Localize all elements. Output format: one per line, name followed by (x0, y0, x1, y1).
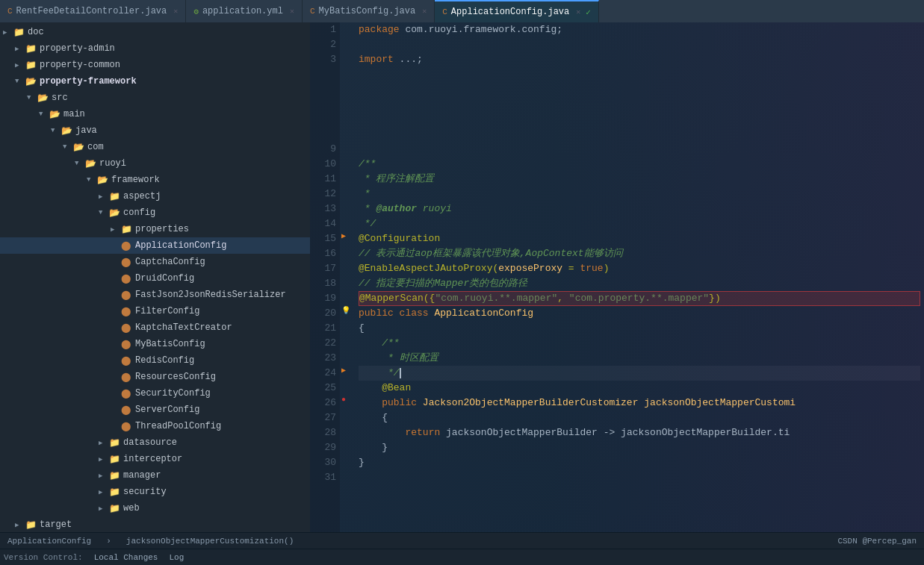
tab-close-icon2[interactable]: ✕ (290, 7, 294, 16)
java-class-icon: ⬤ (121, 240, 133, 252)
tree-label-target: target (40, 519, 310, 530)
status-method: jacksonObjectMapperCustomization() (126, 537, 294, 546)
java-class-icon: ⬤ (121, 339, 133, 350)
watermark: CSDN @Percep_gan (837, 537, 917, 546)
gutter-run-icon[interactable]: ▶ (341, 231, 346, 240)
tree-item-aspectj[interactable]: ▶ 📁 aspectj (0, 188, 310, 205)
folder-open-icon: 📂 (73, 142, 85, 153)
java-class-icon: ⬤ (121, 355, 133, 366)
tree-item-threadpoolconfig[interactable]: ⬤ ThreadPoolConfig (0, 418, 310, 434)
java-class-icon: ⬤ (121, 372, 133, 383)
tree-item-druidconfig[interactable]: ⬤ DruidConfig (0, 270, 310, 287)
status-separator: › (106, 537, 111, 546)
tree-label-property-framework: property-framework (40, 76, 310, 87)
tree-item-interceptor[interactable]: ▶ 📁 interceptor (0, 451, 310, 467)
tree-item-redisconfig[interactable]: ⬤ RedisConfig (0, 352, 310, 369)
tree-label-securityconfig: SecurityConfig (135, 388, 310, 399)
tab-applicationyml[interactable]: ⚙ application.yml ✕ (186, 0, 303, 22)
tree-item-resourcesconfig[interactable]: ⬤ ResourcesConfig (0, 369, 310, 385)
arrow-icon: ▼ (63, 143, 73, 151)
tree-label-com: com (87, 142, 310, 152)
yml-file-icon: ⚙ (193, 7, 199, 16)
arrow-icon: ▶ (99, 472, 109, 480)
arrow-icon: ▶ (99, 439, 109, 447)
tree-item-manager[interactable]: ▶ 📁 manager (0, 467, 310, 484)
tab-appconfig[interactable]: C ApplicationConfig.java ✕ ✓ (435, 0, 599, 22)
tree-item-doc[interactable]: ▶ 📁 doc (0, 24, 310, 40)
tree-item-filterconfig[interactable]: ⬤ FilterConfig (0, 303, 310, 319)
tree-item-src[interactable]: ▼ 📂 src (0, 90, 310, 106)
tree-item-main[interactable]: ▼ 📂 main (0, 106, 310, 122)
arrow-icon: ▼ (51, 127, 61, 134)
folder-icon: 📁 (25, 43, 37, 54)
tree-item-property-admin[interactable]: ▶ 📁 property-admin (0, 40, 310, 57)
cursor (400, 368, 401, 378)
tree-label-aspectj: aspectj (123, 191, 310, 202)
tree-item-ruoyi[interactable]: ▼ 📂 ruoyi (0, 155, 310, 172)
tab-appconfig-label: ApplicationConfig.java (451, 7, 569, 17)
tab-rentfee[interactable]: C RentFeeDetailController.java ✕ (0, 0, 186, 22)
tab-close-icon4[interactable]: ✕ (576, 7, 580, 16)
tree-label-druidconfig: DruidConfig (135, 273, 310, 284)
code-editor[interactable]: package com.ruoyi.framework.config; impo… (355, 22, 924, 532)
arrow-icon: ▶ (15, 45, 25, 53)
folder-icon: 📁 (109, 454, 121, 465)
tree-item-framework[interactable]: ▼ 📂 framework (0, 172, 310, 188)
code-line-31 (359, 470, 920, 485)
java-class-icon: ⬤ (121, 421, 133, 432)
version-control-label: Version Control: (4, 553, 83, 562)
tree-item-datasource[interactable]: ▶ 📁 datasource (0, 434, 310, 451)
java-class-icon: ⬤ (121, 322, 133, 334)
gutter-debug-icon[interactable]: ● (341, 396, 346, 404)
tree-item-property-common[interactable]: ▶ 📁 property-common (0, 57, 310, 73)
tree-item-securityconfig[interactable]: ⬤ SecurityConfig (0, 385, 310, 402)
tree-label-redisconfig: RedisConfig (135, 355, 310, 366)
folder-open-icon: 📂 (85, 158, 97, 169)
folder-icon: 📁 (121, 224, 133, 235)
tree-item-properties[interactable]: ▶ 📁 properties (0, 221, 310, 237)
tree-label-captchaconfig: CaptchaConfig (135, 257, 310, 267)
log-tab[interactable]: Log (169, 553, 184, 562)
tab-close-icon3[interactable]: ✕ (422, 7, 427, 16)
folder-icon: 📁 (109, 437, 121, 449)
tab-saved-icon: ✓ (586, 7, 591, 17)
tab-close-icon[interactable]: ✕ (173, 7, 178, 16)
local-changes-tab[interactable]: Local Changes (94, 553, 158, 562)
code-line-25: @Bean (359, 381, 920, 396)
code-line-21: { (359, 321, 920, 336)
gutter-run2-icon[interactable]: ▶ (341, 366, 346, 375)
tree-item-web[interactable]: ▶ 📁 web (0, 500, 310, 516)
code-line-26: public Jackson2ObjectMapperBuilderCustom… (359, 396, 920, 411)
arrow-icon: ▼ (27, 94, 37, 102)
tab-mybatis[interactable]: C MyBatisConfig.java ✕ (303, 0, 435, 22)
tree-item-security[interactable]: ▶ 📁 security (0, 484, 310, 500)
arrow-icon: ▼ (87, 176, 97, 184)
code-line-15: @Configuration (359, 231, 920, 246)
tree-label-property-admin: property-admin (40, 43, 310, 54)
folder-icon: 📁 (109, 191, 121, 202)
tree-item-captchaconfig[interactable]: ⬤ CaptchaConfig (0, 254, 310, 270)
tree-item-property-framework[interactable]: ▼ 📂 property-framework (0, 73, 310, 90)
code-line-blank2 (359, 82, 920, 97)
arrow-icon: ▶ (15, 61, 25, 69)
tree-label-properties: properties (135, 224, 310, 234)
status-path: ApplicationConfig (7, 537, 91, 546)
tree-item-serverconfig[interactable]: ⬤ ServerConfig (0, 402, 310, 418)
tab-rentfee-label: RentFeeDetailController.java (16, 6, 167, 16)
tree-item-fastjson[interactable]: ⬤ FastJson2JsonRedisSerializer (0, 287, 310, 303)
folder-icon: 📁 (109, 487, 121, 498)
code-line-28: return jacksonObjectMapperBuilder -> jac… (359, 425, 920, 440)
gutter-bulb-icon[interactable]: 💡 (341, 306, 350, 315)
tree-item-target[interactable]: ▶ 📁 target (0, 516, 310, 532)
code-line-22: /** (359, 336, 920, 351)
tree-item-com[interactable]: ▼ 📂 com (0, 139, 310, 155)
tree-item-mybatisconfig[interactable]: ⬤ MyBatisConfig (0, 336, 310, 352)
folder-orange-icon: 📁 (25, 519, 37, 531)
tree-item-config[interactable]: ▼ 📂 config (0, 205, 310, 221)
tree-item-kaptcha[interactable]: ⬤ KaptchaTextCreator (0, 319, 310, 336)
arrow-icon: ▶ (99, 488, 109, 496)
code-line-blank5 (359, 127, 920, 142)
tree-item-appconfig[interactable]: ⬤ ApplicationConfig (0, 237, 310, 254)
tree-item-java[interactable]: ▼ 📂 java (0, 122, 310, 139)
tab-bar: C RentFeeDetailController.java ✕ ⚙ appli… (0, 0, 924, 22)
